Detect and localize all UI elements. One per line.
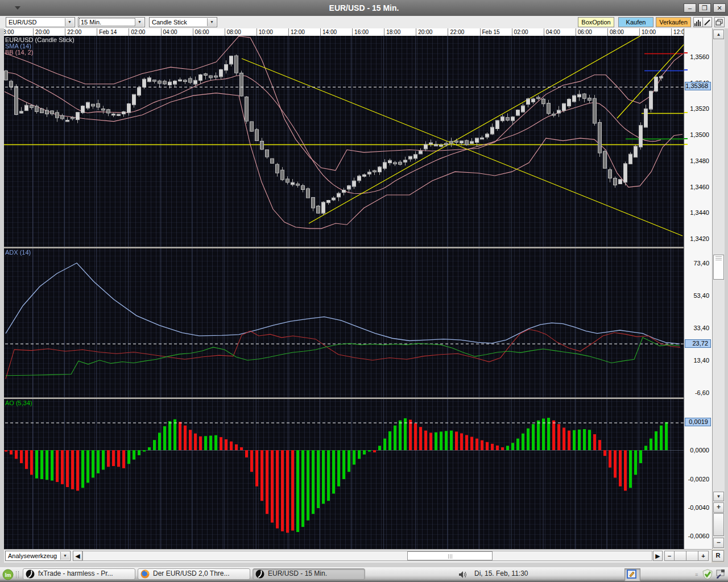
level-color-tick	[684, 138, 688, 139]
level-color-tick	[684, 52, 688, 53]
scroll-up-icon[interactable]: ▲	[713, 30, 724, 39]
bottom-toolbar: Analysewerkzeug ▼ ◀ ▶ – +	[4, 549, 712, 563]
axis-label: 1,3520	[690, 105, 709, 112]
reset-chart-button[interactable]: R	[712, 550, 724, 562]
time-axis-label: 16:00	[352, 28, 384, 36]
axis-label: 0,0000	[690, 447, 709, 454]
screenshot-tray-button[interactable]	[624, 568, 640, 581]
restore-window-icon[interactable]	[714, 17, 725, 27]
axis-label: 33,40	[693, 325, 709, 331]
task-label: Der EUR/USD 2,0 Thre...	[153, 569, 229, 577]
horizontal-scroll-thumb[interactable]	[407, 551, 493, 560]
ao-panel-label: AO (5,34)	[5, 400, 32, 406]
adx-panel-label: ADX (14)	[5, 250, 31, 256]
mint-menu-button[interactable]: lm	[2, 569, 14, 582]
instrument-dropdown[interactable]: EUR/USD ▼	[6, 17, 75, 27]
current-value-badge: 23,72	[685, 339, 711, 348]
zoom-track[interactable]	[713, 513, 724, 536]
window-titlebar[interactable]: EUR/USD - 15 Min. – ❒ ✕	[0, 0, 728, 16]
close-button[interactable]: ✕	[713, 3, 726, 13]
interval-value: 15 Min.	[81, 19, 101, 26]
time-axis-label: 02:00	[129, 28, 161, 36]
scroll-right-icon[interactable]: ▶	[653, 551, 663, 561]
time-axis-label: 02:00	[512, 28, 544, 36]
chart-toolbar: EUR/USD ▼ 15 Min. ▼ Candle Stick ▼ BoxOp…	[0, 16, 728, 29]
update-manager-icon[interactable]	[702, 569, 713, 582]
time-axis-label: 04:00	[161, 28, 193, 36]
instrument-value: EUR/USD	[9, 19, 37, 26]
zoom-out-button[interactable]: –	[713, 538, 724, 548]
zoom-in-button[interactable]: +	[713, 502, 724, 513]
value-axis: 1,35601,35401,35201,35001,34801,34601,34…	[684, 28, 712, 549]
vertical-scrollbar[interactable]: ▲ ▼ + –	[712, 28, 725, 549]
axis-label: 1,3460	[690, 184, 709, 190]
zoom-track-x[interactable]	[674, 551, 686, 561]
level-color-tick	[684, 144, 688, 145]
time-axis-label: 12:00	[288, 28, 321, 36]
interval-dropdown[interactable]: 15 Min. ▼	[78, 17, 145, 27]
time-axis-label: 10:00	[639, 28, 672, 36]
time-axis-label: 22:00	[65, 28, 97, 36]
chevron-down-icon[interactable]: ▼	[135, 18, 144, 26]
taskbar-task-button[interactable]: EUR/USD - 15 Min.	[253, 568, 365, 580]
chevron-down-icon[interactable]: ▼	[207, 18, 216, 26]
chevron-down-icon[interactable]: ▼	[65, 18, 74, 26]
chart-type-dropdown[interactable]: Candle Stick ▼	[149, 17, 217, 27]
time-axis-label: 08:00	[225, 28, 257, 36]
window-right-border	[725, 28, 728, 563]
axis-label: 1,3420	[690, 235, 709, 242]
axis-label: 1,3500	[690, 131, 709, 138]
axis-label: 1,3440	[690, 209, 709, 216]
time-axis-label: 10:00	[257, 28, 289, 36]
level-color-tick	[684, 69, 688, 70]
screenshot-tool-icon[interactable]	[715, 569, 726, 582]
chevron-down-icon[interactable]: ▼	[60, 552, 69, 560]
taskbar-task-button[interactable]: Der EUR/USD 2,0 Thre...	[138, 568, 250, 580]
current-value-badge: 1,35368	[685, 82, 711, 90]
scroll-left-icon[interactable]: ◀	[73, 551, 82, 561]
axis-label: 1,3560	[690, 53, 709, 60]
task-label: fxTrade - harmless - Pr...	[38, 569, 113, 577]
chart-plot-area[interactable]	[0, 36, 684, 549]
analysis-tool-dropdown[interactable]: Analysewerkzeug ▼	[5, 551, 71, 561]
zoom-out-x-button[interactable]: –	[664, 551, 675, 561]
taskbar: lm fxTrade - harmless - Pr...Der EUR/USD…	[0, 567, 728, 582]
svg-text:lm: lm	[5, 572, 11, 578]
time-axis-label: 08:00	[607, 28, 640, 36]
scroll-down-icon[interactable]: ▼	[713, 492, 724, 501]
volume-icon[interactable]	[458, 571, 468, 581]
window-left-border	[0, 28, 4, 563]
buy-button[interactable]: Kaufen	[618, 17, 653, 27]
time-axis-label: 18:00	[384, 28, 416, 36]
time-axis-label: 8:00	[1, 28, 33, 36]
axis-label: -0,0060	[688, 533, 709, 539]
axis-label: -0,0020	[688, 476, 709, 483]
time-axis-label: 06:00	[193, 28, 225, 36]
time-axis-label: Feb 14	[97, 28, 129, 36]
boxoption-button[interactable]: BoxOption	[578, 17, 614, 27]
panel-grip[interactable]	[16, 571, 19, 578]
vertical-scroll-thumb[interactable]	[713, 255, 724, 280]
taskbar-clock[interactable]: Di, 15. Feb, 11:30	[474, 569, 528, 577]
legend-bb: BB (14, 2)	[5, 49, 34, 56]
sell-button[interactable]: Verkaufen	[656, 17, 691, 27]
task-label: EUR/USD - 15 Min.	[268, 569, 327, 577]
axis-label: 53,40	[693, 292, 709, 299]
axis-label: 13,40	[693, 357, 709, 364]
time-axis-label: 22:00	[448, 28, 480, 36]
fxtrade-window: EUR/USD - 15 Min. – ❒ ✕ EUR/USD ▼ 15 Min…	[0, 0, 728, 582]
draw-line-icon[interactable]	[702, 17, 712, 27]
axis-label: -6,60	[695, 389, 709, 396]
minimize-button[interactable]: –	[684, 3, 696, 13]
horizontal-scrollbar[interactable]	[82, 551, 652, 561]
axis-label: 73,40	[693, 260, 709, 267]
maximize-button[interactable]: ❒	[698, 3, 711, 13]
zoom-track-x2[interactable]	[686, 551, 698, 561]
window-title: EUR/USD - 15 Min.	[0, 0, 728, 16]
time-axis-label: 20:00	[33, 28, 65, 36]
chart-type-value: Candle Stick	[152, 19, 187, 26]
tray-grip[interactable]: ≡	[695, 572, 698, 577]
zoom-in-x-button[interactable]: +	[698, 551, 709, 561]
taskbar-task-button[interactable]: fxTrade - harmless - Pr...	[23, 568, 135, 580]
volume-bars-icon[interactable]	[693, 17, 703, 27]
